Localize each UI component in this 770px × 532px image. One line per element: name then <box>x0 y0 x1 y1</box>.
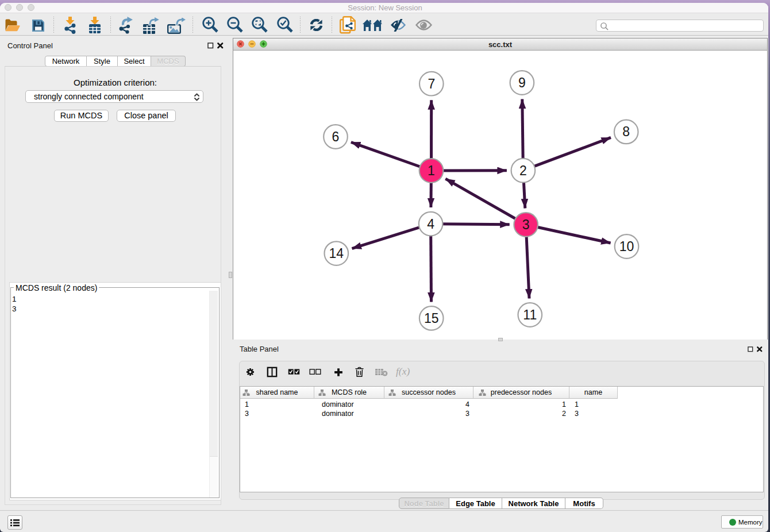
svg-text:2: 2 <box>519 163 527 178</box>
svg-text:10: 10 <box>619 239 634 254</box>
svg-text:1: 1 <box>428 163 435 178</box>
svg-text:8: 8 <box>622 124 630 139</box>
svg-text:9: 9 <box>518 75 526 90</box>
svg-text:6: 6 <box>332 129 340 144</box>
svg-text:7: 7 <box>428 76 435 91</box>
svg-text:14: 14 <box>329 246 344 261</box>
svg-text:15: 15 <box>424 311 439 326</box>
svg-text:4: 4 <box>427 217 434 232</box>
svg-text:3: 3 <box>522 217 530 232</box>
svg-text:11: 11 <box>523 307 537 322</box>
